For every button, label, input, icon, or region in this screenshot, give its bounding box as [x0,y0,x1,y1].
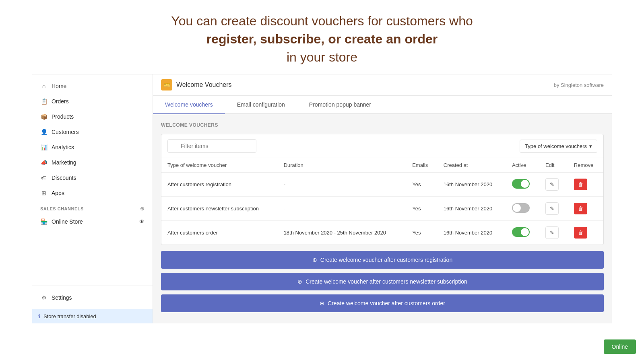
tab-promo-popup[interactable]: Promotion popup banner [297,96,383,114]
sidebar-item-marketing[interactable]: 📣 Marketing [32,155,153,170]
sidebar-item-orders[interactable]: 📋 Orders [32,94,153,109]
voucher-duration: 18th November 2020 - 25th November 2020 [278,221,407,245]
create-newsletter-button[interactable]: ⊕Create welcome voucher after customers … [161,273,604,290]
store-transfer-bar: ℹ Store transfer disabled [32,309,153,323]
edit-button[interactable]: ✎ [545,178,559,191]
sales-channels-label: SALES CHANNELS [40,206,84,211]
voucher-edit: ✎ [539,173,568,197]
table-column-header: Type of welcome voucher [161,158,278,173]
trash-icon: 🗑 [578,206,583,212]
analytics-icon: 📊 [40,144,47,151]
sidebar: ⌂ Home 📋 Orders 📦 Products 👤 Customers 📊… [32,74,153,323]
table-row: After customers newsletter subscription … [161,197,603,221]
customers-icon: 👤 [40,128,47,136]
edit-button[interactable]: ✎ [545,202,559,215]
app-title: Welcome Vouchers [176,81,232,88]
delete-button[interactable]: 🗑 [574,179,587,190]
settings-label: Settings [52,294,72,301]
sidebar-item-label: Orders [52,98,69,105]
sidebar-item-label: Apps [52,190,64,196]
sidebar-item-apps[interactable]: ⊞ Apps [32,185,153,201]
voucher-created-at: 16th November 2020 [438,221,506,245]
section-title: WELCOME VOUCHERS [161,122,604,128]
add-sales-channel-button[interactable]: ⊕ [140,206,144,212]
filter-wrap: 🔍 [167,139,516,153]
settings-icon: ⚙ [40,294,47,301]
sidebar-nav: ⌂ Home 📋 Orders 📦 Products 👤 Customers 📊… [32,74,153,286]
sidebar-item-label: Marketing [52,159,76,166]
vouchers-table-card: 🔍 Type of welcome vouchers ▾ Type of wel… [161,134,604,245]
sidebar-item-label: Discounts [52,175,76,181]
discounts-icon: 🏷 [40,174,47,181]
sidebar-item-label: Products [52,113,74,120]
sidebar-item-analytics[interactable]: 📊 Analytics [32,140,153,155]
sidebar-item-label: Customers [52,129,79,135]
voucher-duration: - [278,173,407,197]
trash-icon: 🗑 [578,181,583,187]
sidebar-item-label: Analytics [52,144,74,150]
type-dropdown-label: Type of welcome vouchers [525,143,587,149]
active-toggle[interactable] [512,179,530,189]
pencil-icon: ✎ [550,206,554,212]
sales-channels-section: SALES CHANNELS ⊕ [32,201,153,214]
sidebar-item-settings[interactable]: ⚙ Settings [40,291,144,304]
create-buttons-container: ⊕Create welcome voucher after customers … [161,251,604,312]
active-toggle[interactable] [512,203,530,213]
main-header: 🎫 Welcome Vouchers by Singleton software [153,74,612,96]
marketing-icon: 📣 [40,159,47,166]
sidebar-item-discounts[interactable]: 🏷 Discounts [32,170,153,185]
pencil-icon: ✎ [550,230,554,236]
voucher-emails: Yes [406,197,438,221]
table-row: After customers order 18th November 2020… [161,221,603,245]
content-area: WELCOME VOUCHERS 🔍 Type of welcome vouch… [153,114,612,323]
table-header: Type of welcome voucherDurationEmailsCre… [161,158,603,173]
circle-plus-icon: ⊕ [312,257,317,263]
header-left: 🎫 Welcome Vouchers [161,79,232,90]
tab-welcome-vouchers[interactable]: Welcome vouchers [153,96,225,114]
sidebar-item-home[interactable]: ⌂ Home [32,78,153,94]
home-icon: ⌂ [40,82,47,90]
hero-line1: You can create discount vouchers for cus… [171,14,473,28]
table-body: After customers registration - Yes 16th … [161,173,603,245]
voucher-emails: Yes [406,221,438,245]
edit-button[interactable]: ✎ [545,226,559,239]
pencil-icon: ✎ [550,181,554,187]
delete-button[interactable]: 🗑 [574,203,587,214]
voucher-active [506,173,539,197]
plus-circle-icon: ⊕ [140,206,144,212]
table-column-header: Active [506,158,539,173]
hero-line3: in your store [287,50,357,64]
vouchers-table: Type of welcome voucherDurationEmailsCre… [161,158,603,245]
online-badge: Online [604,339,636,354]
create-registration-button[interactable]: ⊕Create welcome voucher after customers … [161,251,604,269]
filter-input[interactable] [167,139,256,153]
by-label: by Singleton software [554,82,604,88]
voucher-active [506,221,539,245]
apps-icon: ⊞ [40,189,47,197]
hero-section: You can create discount vouchers for cus… [0,0,644,74]
voucher-created-at: 16th November 2020 [438,197,506,221]
create-order-button[interactable]: ⊕Create welcome voucher after customers … [161,294,604,312]
table-column-header: Emails [406,158,438,173]
hero-line2: register, subscribe, or create an order [206,32,438,46]
dropdown-arrow-icon: ▾ [589,143,592,149]
store-transfer-label: Store transfer disabled [43,313,96,319]
eye-icon: 👁 [139,218,144,225]
sidebar-item-products[interactable]: 📦 Products [32,109,153,124]
main-content: 🎫 Welcome Vouchers by Singleton software… [153,74,612,323]
voucher-type: After customers newsletter subscription [161,197,278,221]
voucher-edit: ✎ [539,197,568,221]
create-btn-label: Create welcome voucher after customers r… [320,257,452,263]
sidebar-item-label: Home [52,83,66,89]
table-column-header: Remove [568,158,603,173]
delete-button[interactable]: 🗑 [574,227,587,239]
active-toggle[interactable] [512,227,530,237]
type-dropdown[interactable]: Type of welcome vouchers ▾ [520,140,597,153]
tab-email-config[interactable]: Email configuration [225,96,297,114]
voucher-remove: 🗑 [568,173,603,197]
sidebar-item-online-store[interactable]: 🏪 Online Store 👁 [32,214,153,229]
products-icon: 📦 [40,113,47,120]
orders-icon: 📋 [40,98,47,105]
sidebar-item-customers[interactable]: 👤 Customers [32,124,153,140]
store-icon: 🏪 [40,218,47,225]
